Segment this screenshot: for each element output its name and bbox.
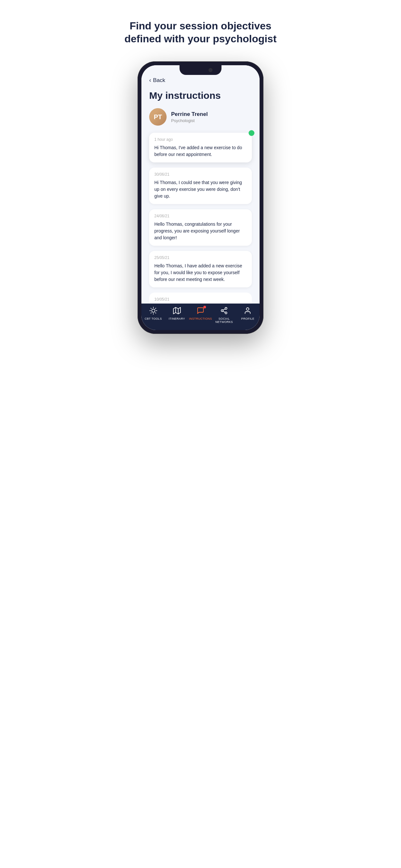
message-date: 1 hour ago — [154, 137, 247, 142]
phone-notch — [180, 65, 221, 75]
psych-info: Perrine Trenel Psychologist — [171, 111, 208, 123]
bottom-nav: CBT TOOLS ITINERARY — [142, 304, 259, 330]
message-date: 10/05/21 — [154, 297, 247, 302]
messages-list: 1 hour ago Hi Thomas, I've added a new e… — [149, 133, 252, 304]
nav-item-social-networks[interactable]: SOCIAL NETWORKS — [212, 307, 236, 323]
itinerary-icon-wrap — [173, 307, 181, 316]
svg-point-17 — [246, 308, 249, 310]
svg-line-8 — [155, 308, 156, 308]
back-chevron-icon: ‹ — [149, 77, 151, 84]
phone-frame: ‹ Back My instructions PT Perrine Trenel… — [137, 61, 264, 334]
svg-line-15 — [223, 311, 225, 313]
message-text: Hello Thomas, I have added a new exercis… — [154, 262, 247, 283]
nav-item-instructions[interactable]: INSTRUCTIONS — [189, 307, 212, 320]
message-item[interactable]: 24/06/21 Hello Thomas, congratulations f… — [149, 209, 252, 246]
instructions-icon-wrap — [197, 307, 204, 316]
svg-line-7 — [151, 313, 151, 313]
avatar: PT — [149, 108, 166, 126]
message-item[interactable]: 1 hour ago Hi Thomas, I've added a new e… — [149, 133, 252, 162]
camera — [209, 68, 212, 72]
unread-dot — [249, 130, 254, 136]
psych-name: Perrine Trenel — [171, 111, 208, 118]
message-item[interactable]: 10/05/21 Hi Thomas, I could see that you… — [149, 292, 252, 304]
svg-line-4 — [155, 313, 156, 313]
message-item[interactable]: 30/06/21 Hi Thomas, I could see that you… — [149, 167, 252, 204]
svg-marker-9 — [174, 307, 181, 314]
nav-label-instructions: INSTRUCTIONS — [189, 317, 212, 320]
cbt-tools-icon-wrap — [150, 307, 157, 316]
back-button[interactable]: ‹ Back — [149, 77, 252, 84]
nav-item-itinerary[interactable]: ITINERARY — [165, 307, 189, 320]
message-text: Hi Thomas, I could see that you were giv… — [154, 179, 247, 199]
psych-role: Psychologist — [171, 118, 208, 123]
nav-label-profile: PROFILE — [241, 317, 254, 320]
screen-title: My instructions — [149, 90, 252, 101]
nav-label-itinerary: ITINERARY — [169, 317, 185, 320]
page-promo-title: Find your session objectives defined wit… — [123, 20, 278, 45]
svg-line-16 — [223, 309, 225, 310]
network-icon — [220, 307, 228, 314]
scrollable-area: ‹ Back My instructions PT Perrine Trenel… — [142, 77, 259, 304]
svg-line-3 — [151, 308, 151, 308]
message-date: 25/05/21 — [154, 255, 247, 260]
nav-label-cbt-tools: CBT TOOLS — [145, 317, 162, 320]
profile-icon-wrap — [244, 307, 251, 316]
map-icon — [173, 307, 181, 314]
message-date: 24/06/21 — [154, 214, 247, 218]
nav-item-cbt-tools[interactable]: CBT TOOLS — [142, 307, 165, 320]
nav-label-social-networks: SOCIAL NETWORKS — [212, 317, 236, 323]
message-text: Hello Thomas, congratulations for your p… — [154, 221, 247, 241]
nav-item-profile[interactable]: PROFILE — [236, 307, 259, 320]
message-item[interactable]: 25/05/21 Hello Thomas, I have added a ne… — [149, 251, 252, 287]
sun-icon — [150, 307, 157, 314]
psychologist-card: PT Perrine Trenel Psychologist — [149, 108, 252, 126]
svg-point-0 — [152, 309, 155, 312]
screen-content: ‹ Back My instructions PT Perrine Trenel… — [142, 65, 259, 330]
message-text: Hi Thomas, I've added a new exercise to … — [154, 144, 247, 158]
message-date: 30/06/21 — [154, 172, 247, 177]
social-networks-icon-wrap — [220, 307, 228, 316]
message-icon — [197, 307, 204, 314]
back-label: Back — [153, 77, 165, 84]
phone-screen: ‹ Back My instructions PT Perrine Trenel… — [142, 65, 259, 330]
user-icon — [244, 307, 251, 314]
notification-dot — [204, 306, 206, 308]
